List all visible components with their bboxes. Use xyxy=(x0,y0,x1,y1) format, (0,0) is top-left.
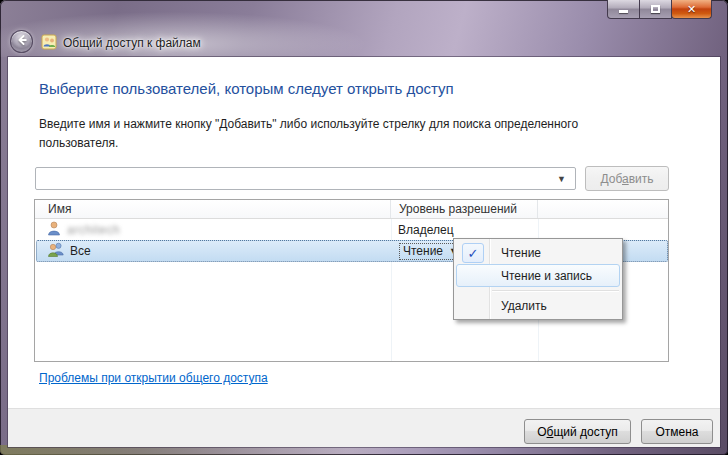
column-header-name[interactable]: Имя xyxy=(35,200,391,218)
redacted-user-name: architech xyxy=(67,223,120,237)
add-button-label: Добавить xyxy=(600,172,653,186)
instruction-text: Введите имя и нажмите кнопку "Добавить" … xyxy=(39,115,654,153)
minimize-icon xyxy=(619,10,628,13)
back-button[interactable] xyxy=(10,30,33,53)
permission-value: Чтение xyxy=(403,244,443,258)
maximize-icon xyxy=(651,5,660,13)
maximize-button[interactable] xyxy=(639,0,672,19)
column-header-permission[interactable]: Уровень разрешений xyxy=(391,200,538,218)
window-title: Общий доступ к файлам xyxy=(63,36,201,50)
menu-item-read[interactable]: ✓ Чтение xyxy=(456,241,620,264)
chevron-down-icon[interactable]: ▼ xyxy=(557,174,566,184)
menu-item-label: Удалить xyxy=(501,299,547,313)
back-arrow-icon xyxy=(15,33,29,51)
user-name-cell: Все xyxy=(37,242,392,260)
permission-cell: Владелец xyxy=(391,223,538,237)
column-header-empty[interactable] xyxy=(538,200,668,218)
menu-item-read-write[interactable]: Чтение и запись xyxy=(456,264,620,287)
share-button-label: Общий доступ xyxy=(537,425,618,439)
file-sharing-dialog: ✕ Общий доступ к файлам Выберите пользов… xyxy=(0,0,728,455)
group-icon xyxy=(48,242,64,260)
add-button[interactable]: Добавить xyxy=(585,166,669,191)
cancel-button[interactable]: Отмена xyxy=(641,419,713,444)
permission-value: Владелец xyxy=(398,223,454,237)
file-sharing-icon xyxy=(41,34,57,50)
user-icon xyxy=(47,221,61,239)
table-row[interactable]: architech Владелец xyxy=(36,219,667,240)
table-header: Имя Уровень разрешений xyxy=(35,200,668,219)
share-button[interactable]: Общий доступ xyxy=(524,419,631,444)
cancel-button-label: Отмена xyxy=(655,425,698,439)
footer-bar: Общий доступ Отмена xyxy=(8,408,720,447)
check-icon: ✓ xyxy=(462,243,484,263)
permission-context-menu: ✓ Чтение Чтение и запись Удалить xyxy=(453,238,623,320)
close-button[interactable]: ✕ xyxy=(671,0,712,19)
menu-item-remove[interactable]: Удалить xyxy=(456,294,620,317)
menu-item-label: Чтение xyxy=(501,246,541,260)
minimize-button[interactable] xyxy=(607,0,640,19)
menu-item-label: Чтение и запись xyxy=(501,269,592,283)
user-name-cell: architech xyxy=(36,221,391,239)
close-icon: ✕ xyxy=(687,4,696,15)
user-name-combobox[interactable]: ▼ xyxy=(35,167,576,190)
caption-buttons: ✕ xyxy=(608,0,712,19)
sharing-trouble-link[interactable]: Проблемы при открытии общего доступа xyxy=(39,371,268,385)
page-title: Выберите пользователей, которым следует … xyxy=(39,80,454,97)
menu-separator xyxy=(492,290,619,291)
user-name: Все xyxy=(70,244,91,258)
